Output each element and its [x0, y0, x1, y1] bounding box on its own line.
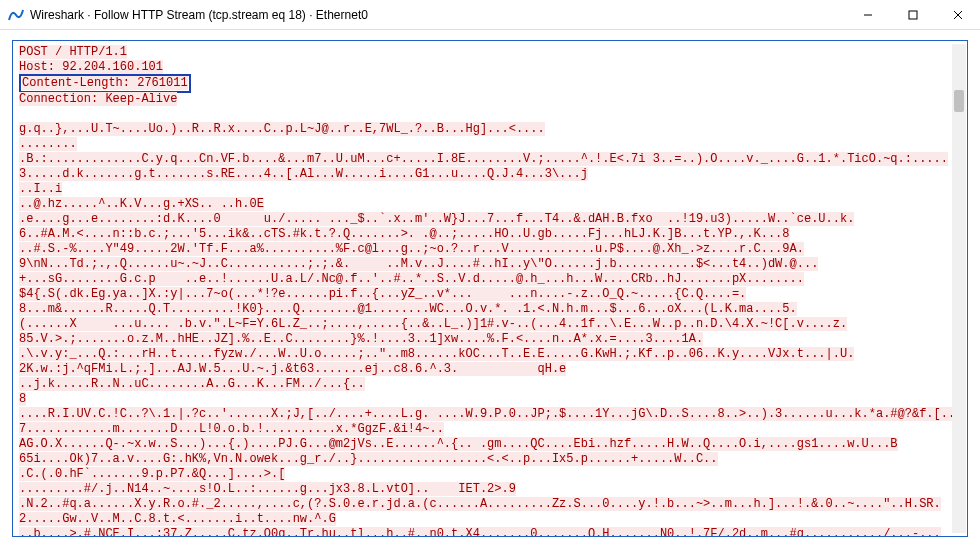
http-body-line: ..I..i	[19, 182, 62, 196]
window-controls	[845, 0, 980, 30]
http-body-line: 3.....d.k.......g.t.......s.RE....4..[.A…	[19, 167, 588, 181]
http-body-line: $4{.S(.dk.Eg.ya..]X.:y|...7~o(...*!?e...…	[19, 287, 746, 301]
close-button[interactable]	[935, 0, 980, 30]
http-body-line: AG.O.X......Q-.~x.w..S...)...{.)....PJ.G…	[19, 437, 898, 451]
minimize-button[interactable]	[845, 0, 890, 30]
http-body-line: ..@.hz.....^..K.V...g.+XS.. ..h.0E	[19, 197, 264, 211]
http-body-line: ..#.S.-%....Y"49.....2W.'Tf.F...a%......…	[19, 242, 804, 256]
http-request-line: POST / HTTP/1.1	[19, 45, 127, 59]
http-body-line: 8	[19, 392, 26, 406]
http-body-line: ........	[19, 137, 77, 151]
scroll-thumb[interactable]	[954, 90, 964, 112]
http-body-line: 7............m.......D...L!0.o.b.!......…	[19, 422, 444, 436]
http-body-line: .B.:.............C.y.q...Cn.VF.b....&...…	[19, 152, 948, 166]
http-body-line: 85.V.>.;.......o.z.M..hHE..JZ].%..E..C..…	[19, 332, 703, 346]
http-body-line: 65i....Ok)7..a.v....G:.hK%,Vn.N.owek...g…	[19, 452, 718, 466]
scrollbar[interactable]	[952, 44, 966, 533]
http-body-line: 6..#A.M.<....n::b.c.;...'5...ik&..cTS.#k…	[19, 227, 790, 241]
http-body-line: ..b....>.#.NCE.I...;37.Z.....C.tz.O0g..T…	[19, 527, 941, 537]
http-host-header: Host: 92.204.160.101	[19, 60, 163, 74]
http-body-line: .........#/.j..N14..~....s!O.L..:......g…	[19, 482, 516, 496]
http-body-line: .e....g...e........:d.K....0 u./..... ..…	[19, 212, 854, 226]
http-body-line: 8...m&......R.....Q.T.........!K0}....Q.…	[19, 302, 797, 316]
content-area: POST / HTTP/1.1 Host: 92.204.160.101 Con…	[0, 30, 980, 547]
http-body-line: .C.(.0.hF`.......9.p.P7.&Q...]....>.[	[19, 467, 285, 481]
titlebar: Wireshark · Follow HTTP Stream (tcp.stre…	[0, 0, 980, 30]
http-connection-header: Connection: Keep-Alive	[19, 92, 177, 106]
http-stream-text[interactable]: POST / HTTP/1.1 Host: 92.204.160.101 Con…	[12, 40, 968, 537]
http-body-line: ....R.I.UV.C.!C..?\.1.|.?c..'......X.;J,…	[19, 407, 955, 421]
http-body-line: .\.v.y:_...Q.:...rH..t.....fyzw./...W..U…	[19, 347, 854, 361]
maximize-button[interactable]	[890, 0, 935, 30]
http-body-line: 2.....Gw..V..M..C.8.t.<.......i..t....nw…	[19, 512, 336, 526]
http-body-line: .N.2..#q.a......X.y.R.o.#._2.....,....c,…	[19, 497, 941, 511]
window-title: Wireshark · Follow HTTP Stream (tcp.stre…	[30, 8, 845, 22]
wireshark-icon	[8, 7, 24, 23]
http-body-line: 2K.w.:j.^qFMi.L.;.]...AJ.W.5...U.~.j.&t6…	[19, 362, 566, 376]
http-content-length-header: Content-Length: 2761011	[22, 76, 188, 90]
http-body-line: +...sG........G.c.p ..e..!......U.a.L/.N…	[19, 272, 804, 286]
svg-rect-1	[909, 11, 917, 19]
http-body-line: (......X ...u.... .b.v.".L~F=Y.6L.Z_..;.…	[19, 317, 847, 331]
http-body-line: ..j.k.....R..N..uC........A..G...K...FM.…	[19, 377, 365, 391]
http-body-line: 9\nN...Td.;.,.Q......u~.~J..C...........…	[19, 257, 818, 271]
http-body-line: g.q..},...U.T~....Uo.)..R..R.x....C..p.L…	[19, 122, 545, 136]
content-length-highlight: Content-Length: 2761011	[19, 74, 191, 93]
